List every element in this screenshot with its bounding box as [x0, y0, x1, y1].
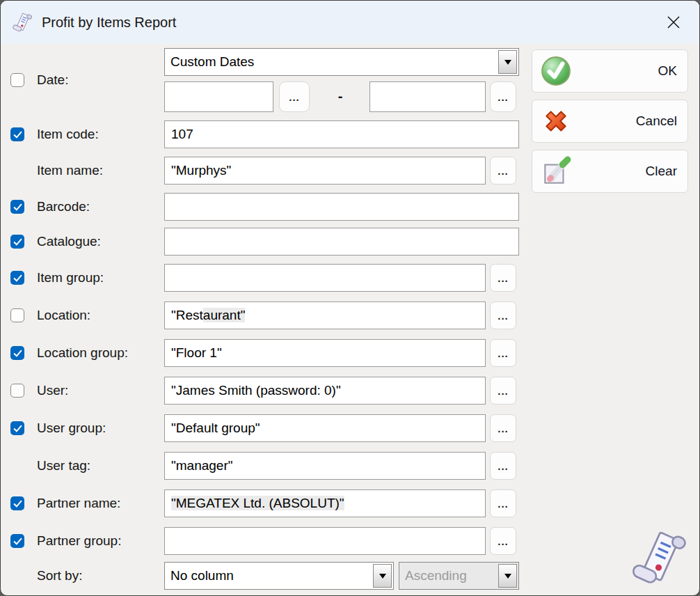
- date-to-browse-button[interactable]: ...: [490, 81, 516, 112]
- date-from-browse-button[interactable]: ...: [279, 81, 310, 112]
- location-group-checkbox[interactable]: [10, 346, 24, 360]
- check-icon: [13, 238, 22, 246]
- user-tag-input[interactable]: "manager": [164, 452, 486, 480]
- check-icon: [13, 425, 22, 432]
- row-catalogue: Catalogue:: [1, 228, 699, 256]
- catalogue-input[interactable]: [164, 228, 519, 256]
- date-from-input[interactable]: [164, 81, 273, 112]
- item-name-label: Item name:: [37, 157, 103, 185]
- item-code-checkbox[interactable]: [10, 127, 24, 141]
- partner-name-checkbox[interactable]: [10, 496, 24, 510]
- sort-direction-select[interactable]: Ascending: [399, 562, 519, 590]
- clear-button[interactable]: Clear: [532, 150, 688, 193]
- location-label: Location:: [37, 301, 90, 329]
- user-group-browse-button[interactable]: ...: [490, 414, 516, 442]
- row-location-group: Location group: "Floor 1" ...: [1, 339, 699, 367]
- row-item-group: Item group: ...: [1, 264, 699, 292]
- barcode-input[interactable]: [164, 193, 519, 221]
- user-tag-label: User tag:: [37, 452, 90, 480]
- ok-button-label: OK: [658, 63, 677, 79]
- close-button[interactable]: [653, 1, 694, 44]
- catalogue-label: Catalogue:: [37, 228, 101, 256]
- ok-button[interactable]: OK: [532, 49, 688, 93]
- partner-group-input[interactable]: [164, 527, 486, 555]
- cancel-button-label: Cancel: [636, 113, 677, 129]
- user-input[interactable]: "James Smith (password: 0)": [164, 377, 486, 405]
- report-scroll-icon: [12, 12, 33, 33]
- chevron-down-icon: [504, 60, 511, 65]
- date-range-value: Custom Dates: [165, 49, 497, 75]
- partner-name-label: Partner name:: [37, 489, 120, 517]
- red-cross-icon: [540, 105, 572, 137]
- report-scroll-icon: [630, 526, 688, 590]
- barcode-label: Barcode:: [37, 193, 90, 221]
- check-icon: [13, 131, 22, 139]
- location-group-browse-button[interactable]: ...: [490, 339, 516, 367]
- row-location: Location: "Restaurant" ...: [1, 301, 699, 329]
- eraser-checkbox-icon: [540, 155, 572, 187]
- date-to-input[interactable]: [369, 81, 486, 112]
- item-code-input[interactable]: 107: [164, 120, 519, 148]
- profit-report-dialog: Profit by Items Report Date: Custom Date…: [0, 0, 700, 596]
- sort-column-value: No column: [165, 563, 372, 589]
- user-browse-button[interactable]: ...: [490, 377, 516, 405]
- chevron-down-icon: [379, 574, 386, 579]
- row-user-group: User group: "Default group" ...: [1, 414, 699, 442]
- check-icon: [13, 274, 22, 282]
- barcode-checkbox[interactable]: [10, 200, 24, 214]
- date-range-select[interactable]: Custom Dates: [164, 48, 519, 76]
- date-range-dash: -: [319, 81, 361, 112]
- location-group-input[interactable]: "Floor 1": [164, 339, 486, 367]
- user-group-input[interactable]: "Default group": [164, 414, 486, 442]
- row-barcode: Barcode:: [1, 193, 699, 221]
- chevron-down-icon: [504, 574, 511, 579]
- row-user: User: "James Smith (password: 0)" ...: [1, 377, 699, 405]
- check-icon: [13, 350, 22, 357]
- location-browse-button[interactable]: ...: [490, 301, 516, 329]
- dropdown-arrow-button[interactable]: [373, 564, 392, 588]
- user-label: User:: [37, 377, 68, 405]
- check-icon: [13, 500, 22, 508]
- item-group-browse-button[interactable]: ...: [490, 264, 516, 292]
- page-title: Profit by Items Report: [42, 15, 176, 31]
- title-bar: Profit by Items Report: [1, 1, 699, 44]
- row-partner-group: Partner group: ...: [1, 527, 699, 555]
- item-code-label: Item code:: [37, 120, 99, 148]
- location-checkbox[interactable]: [10, 308, 24, 322]
- item-group-checkbox[interactable]: [10, 271, 24, 285]
- partner-name-browse-button[interactable]: ...: [490, 489, 516, 517]
- sort-column-select[interactable]: No column: [164, 562, 394, 590]
- dropdown-arrow-button[interactable]: [498, 564, 517, 588]
- green-check-circle-icon: [540, 55, 572, 87]
- partner-group-checkbox[interactable]: [10, 534, 24, 548]
- user-group-checkbox[interactable]: [10, 421, 24, 435]
- close-icon: [665, 13, 683, 31]
- sort-by-label: Sort by:: [37, 562, 82, 590]
- partner-name-input[interactable]: "MEGATEX Ltd. (ABSOLUT)": [164, 489, 486, 517]
- row-partner-name: Partner name: "MEGATEX Ltd. (ABSOLUT)" .…: [1, 489, 699, 517]
- check-icon: [13, 538, 22, 545]
- user-tag-browse-button[interactable]: ...: [490, 452, 516, 480]
- partner-group-label: Partner group:: [37, 527, 121, 555]
- row-user-tag: User tag: "manager" ...: [1, 452, 699, 480]
- cancel-button[interactable]: Cancel: [532, 100, 688, 143]
- location-group-label: Location group:: [37, 339, 128, 367]
- sort-direction-value: Ascending: [399, 563, 497, 589]
- item-group-input[interactable]: [164, 264, 486, 292]
- user-group-label: User group:: [37, 414, 106, 442]
- catalogue-checkbox[interactable]: [10, 235, 24, 249]
- item-name-input[interactable]: "Murphys": [164, 157, 486, 185]
- item-name-browse-button[interactable]: ...: [490, 157, 516, 185]
- item-group-label: Item group:: [37, 264, 104, 292]
- check-icon: [13, 203, 22, 211]
- dropdown-arrow-button[interactable]: [498, 50, 517, 74]
- clear-button-label: Clear: [646, 164, 677, 179]
- location-input[interactable]: "Restaurant": [164, 301, 486, 329]
- partner-group-browse-button[interactable]: ...: [490, 527, 516, 555]
- user-checkbox[interactable]: [10, 384, 24, 398]
